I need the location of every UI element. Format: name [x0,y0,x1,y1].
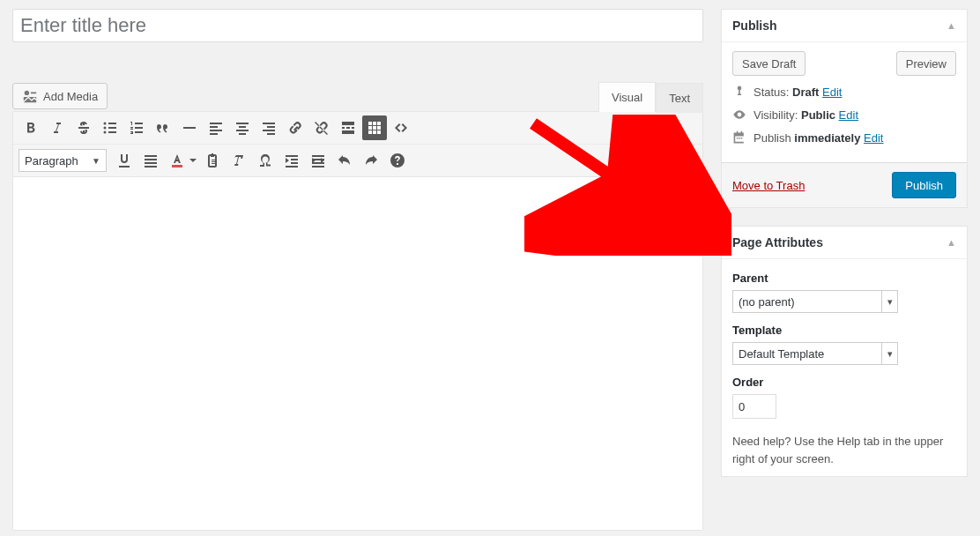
hr-icon[interactable] [177,115,202,140]
text-color-icon[interactable] [165,148,189,173]
add-media-button[interactable]: Add Media [12,83,108,109]
save-draft-button[interactable]: Save Draft [732,51,806,76]
order-input[interactable]: 0 [732,394,776,419]
read-more-icon[interactable] [336,115,360,140]
parent-select[interactable]: (no parent) [732,290,898,313]
eye-icon [732,108,746,122]
add-media-label: Add Media [43,90,98,103]
title-input[interactable] [12,9,703,42]
template-label: Template [732,324,956,337]
page-attributes-metabox: Page Attributes ▲ Parent (no parent) Tem… [721,226,968,477]
code-icon[interactable] [389,115,413,140]
outdent-icon[interactable] [279,148,304,173]
svg-point-2 [104,127,107,130]
svg-point-1 [104,123,107,125]
redo-icon[interactable] [359,148,383,173]
edit-visibility-link[interactable]: Edit [839,108,858,122]
bold-icon[interactable] [19,115,43,140]
align-left-icon[interactable] [204,115,228,140]
page-attributes-help-text: Need help? Use the Help tab in the upper… [732,433,956,467]
tab-visual[interactable]: Visual [598,82,656,112]
move-to-trash-link[interactable]: Move to Trash [732,179,805,192]
chevron-down-icon: ▼ [92,156,100,166]
strikethrough-icon[interactable] [71,115,96,140]
order-label: Order [732,376,956,389]
align-justify-icon[interactable] [138,148,163,173]
toolbar-toggle-icon[interactable] [362,115,387,140]
preview-button[interactable]: Preview [896,51,956,76]
visibility-row: Visibility: Public Edit [732,108,956,122]
link-icon[interactable] [283,115,308,140]
tab-text[interactable]: Text [656,83,703,113]
bullet-list-icon[interactable] [98,115,122,140]
edit-status-link[interactable]: Edit [822,86,842,99]
editor-content-area[interactable] [13,177,702,530]
indent-icon[interactable] [306,148,330,173]
text-color-dropdown-icon[interactable] [188,148,198,173]
chevron-down-icon [881,343,897,364]
edit-schedule-link[interactable]: Edit [864,131,883,145]
triangle-up-icon: ▲ [947,237,956,248]
italic-icon[interactable] [45,115,70,140]
blockquote-icon[interactable] [151,115,175,140]
unlink-icon[interactable] [309,115,334,140]
calendar-icon [732,130,746,145]
paragraph-selector[interactable]: Paragraph▼ [19,149,107,172]
align-center-icon[interactable] [230,115,255,140]
media-icon [22,88,38,104]
editor-box: Visual Text [12,111,703,531]
publish-button[interactable]: Publish [892,172,956,198]
status-row: Status: Draft Edit [732,85,956,99]
publish-heading[interactable]: Publish ▲ [722,10,967,42]
chevron-down-icon [881,291,897,312]
page-attributes-heading[interactable]: Page Attributes ▲ [722,227,967,259]
underline-icon[interactable] [112,148,137,173]
svg-point-3 [104,131,107,134]
special-character-icon[interactable] [253,148,278,173]
pin-icon [732,85,746,99]
svg-rect-4 [172,165,182,168]
parent-label: Parent [732,272,956,285]
template-select[interactable]: Default Template [732,342,898,365]
numbered-list-icon[interactable] [124,115,149,140]
undo-icon[interactable] [332,148,357,173]
editor-toolbar: Paragraph▼ [13,112,702,177]
svg-point-0 [25,91,29,95]
publish-metabox: Publish ▲ Save Draft Preview Status: Dra… [721,9,968,208]
clear-formatting-icon[interactable] [226,148,251,173]
help-icon[interactable] [385,148,410,173]
triangle-up-icon: ▲ [947,20,956,31]
schedule-row: Publish immediately Edit [732,130,956,145]
paste-text-icon[interactable] [200,148,225,173]
align-right-icon[interactable] [256,115,281,140]
